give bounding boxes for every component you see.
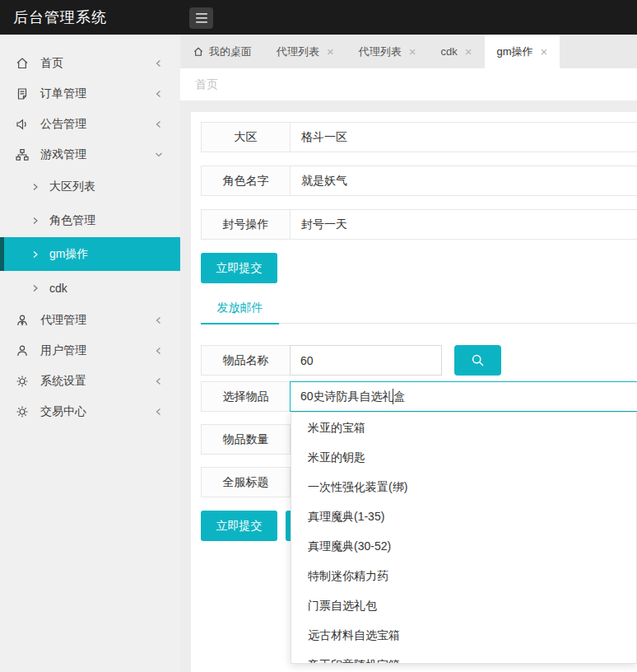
mail-subtabs: 发放邮件: [201, 292, 637, 324]
region-select[interactable]: 格斗一区: [291, 123, 637, 152]
hamburger-icon: [195, 12, 208, 24]
role-name-input[interactable]: 就是妖气: [291, 166, 637, 195]
tab-agent-list-1[interactable]: 代理列表 ×: [264, 35, 346, 68]
announcement-icon: [15, 117, 30, 132]
chevron-left-icon: [154, 315, 164, 325]
dropdown-option[interactable]: 一次性强化装置(绑): [291, 472, 636, 502]
breadcrumb: 首页: [180, 68, 637, 100]
dropdown-option[interactable]: 米亚的钥匙: [291, 442, 636, 472]
mail-submit-button[interactable]: 立即提交: [201, 511, 277, 541]
sidebar-item-games[interactable]: 游戏管理: [0, 139, 180, 170]
item-name-input[interactable]: [290, 345, 442, 376]
form-label: 物品数量: [202, 425, 291, 454]
form-label: 物品名称: [201, 345, 290, 376]
agent-icon: [15, 313, 30, 328]
sidebar-item-announcements[interactable]: 公告管理: [0, 109, 180, 139]
ban-action-select[interactable]: 封号一天: [291, 210, 637, 239]
form-label: 选择物品: [201, 381, 290, 412]
ban-action-row: 封号操作 封号一天: [201, 209, 637, 240]
game-icon: [15, 147, 30, 162]
search-icon: [470, 352, 486, 369]
tab-cdk[interactable]: cdk ×: [429, 35, 485, 68]
settings-gear-icon: [15, 374, 30, 389]
order-icon: [15, 86, 30, 101]
ban-submit-button[interactable]: 立即提交: [201, 253, 277, 283]
dropdown-option[interactable]: 帝王印章随机宝箱: [291, 650, 636, 664]
home-icon: [15, 56, 30, 71]
sidebar-item-orders[interactable]: 订单管理: [0, 78, 180, 109]
sidebar-item-cdk[interactable]: cdk: [0, 271, 180, 305]
item-dropdown: 米亚的宝箱 米亚的钥匙 一次性强化装置(绑) 真理魔典(1-35) 真理魔典(3…: [291, 412, 637, 664]
user-icon: [15, 343, 30, 358]
form-label: 全服标题: [202, 468, 291, 497]
sidebar-item-agents[interactable]: 代理管理: [0, 305, 180, 335]
chevron-right-icon: [31, 283, 40, 293]
dropdown-option[interactable]: 远古材料自选宝箱: [291, 620, 636, 650]
form-label: 大区: [202, 123, 291, 152]
tab-agent-list-2[interactable]: 代理列表 ×: [346, 35, 429, 68]
form-label: 角色名字: [202, 166, 291, 195]
dropdown-option[interactable]: 特制迷你精力药: [291, 561, 636, 590]
text-caret: [393, 389, 393, 404]
header: 后台管理系统: [0, 0, 637, 35]
chevron-down-icon: [154, 150, 164, 160]
tab-send-mail[interactable]: 发放邮件: [201, 292, 279, 324]
dropdown-option[interactable]: 米亚的宝箱: [291, 413, 636, 442]
search-button[interactable]: [454, 345, 501, 376]
role-name-row: 角色名字 就是妖气: [201, 166, 637, 196]
dropdown-option[interactable]: 门票自选礼包: [291, 590, 636, 620]
close-icon[interactable]: ×: [327, 45, 334, 58]
chevron-left-icon: [154, 58, 164, 68]
sidebar-item-trade-center[interactable]: 交易中心: [0, 396, 180, 427]
chevron-right-icon: [31, 216, 40, 226]
form-label: 封号操作: [202, 210, 291, 239]
chevron-right-icon: [31, 250, 40, 259]
tabbar: 我的桌面 代理列表 × 代理列表 × cdk × gm操作 ×: [180, 35, 637, 68]
chevron-left-icon: [154, 89, 164, 99]
dropdown-option[interactable]: 真理魔典(1-35): [291, 502, 636, 531]
chevron-left-icon: [154, 407, 164, 417]
menu-toggle-button[interactable]: [189, 7, 213, 29]
home-icon: [193, 46, 204, 58]
item-select-input[interactable]: [290, 381, 637, 412]
tab-gm-operations[interactable]: gm操作 ×: [485, 35, 560, 68]
sidebar: 首页 订单管理 公告管理 游戏管理 大区列表 角色管理 gm: [0, 35, 180, 672]
dropdown-option[interactable]: 真理魔典(30-52): [291, 531, 636, 561]
sidebar-item-users[interactable]: 用户管理: [0, 335, 180, 366]
app: 后台管理系统 首页 订单管理 公告管理 游戏管理: [0, 0, 637, 672]
sidebar-item-home[interactable]: 首页: [0, 48, 180, 78]
sidebar-item-region-list[interactable]: 大区列表: [0, 170, 180, 203]
tab-my-desktop[interactable]: 我的桌面: [180, 35, 264, 68]
app-title: 后台管理系统: [13, 0, 107, 35]
item-name-row: 物品名称: [201, 345, 637, 376]
close-icon[interactable]: ×: [541, 45, 548, 58]
chevron-left-icon: [154, 376, 164, 386]
close-icon[interactable]: ×: [465, 45, 472, 58]
close-icon[interactable]: ×: [409, 45, 416, 58]
item-select-row: 选择物品: [201, 381, 637, 412]
chevron-left-icon: [154, 119, 164, 129]
trade-gear-icon: [15, 404, 30, 419]
sidebar-item-system-settings[interactable]: 系统设置: [0, 366, 180, 396]
chevron-left-icon: [154, 346, 164, 356]
sidebar-item-role-management[interactable]: 角色管理: [0, 203, 180, 237]
chevron-right-icon: [31, 182, 40, 192]
region-row: 大区 格斗一区: [201, 122, 637, 152]
sidebar-item-gm-operations[interactable]: gm操作: [0, 237, 180, 271]
